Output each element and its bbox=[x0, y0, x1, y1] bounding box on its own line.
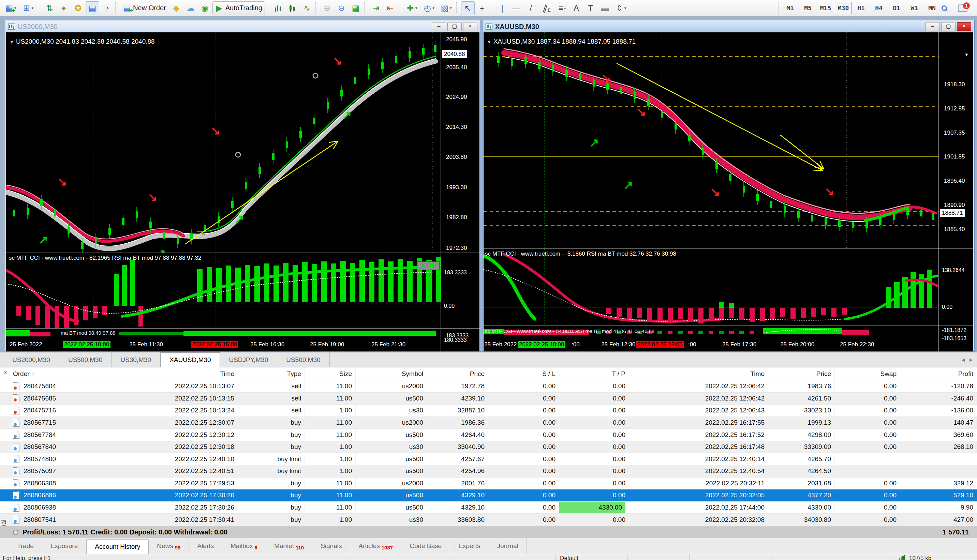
chart-area-xauusd[interactable]: ↘↘↘↘↗↗ ▼XAUUSD,M30 1887.34 1888.94 1887.… bbox=[484, 32, 973, 352]
timeframe-m30[interactable]: M30 bbox=[835, 2, 852, 14]
trendline-button[interactable]: / bbox=[524, 2, 538, 15]
search-icon[interactable] bbox=[941, 5, 949, 12]
fibonacci-button[interactable]: ≡F bbox=[554, 2, 569, 15]
timeframe-m1[interactable]: M1 bbox=[782, 2, 799, 14]
chart-titlebar[interactable]: XAUUSD,M30 – ▢ × bbox=[484, 21, 973, 32]
chart-tab-us30-m30[interactable]: US30,M30 bbox=[112, 352, 160, 367]
terminal-tab-news[interactable]: News99 bbox=[149, 538, 189, 554]
candle-chart-button[interactable] bbox=[286, 2, 299, 15]
xon-badge[interactable]: X ON bbox=[417, 262, 439, 270]
caret-down-icon[interactable]: ▾ bbox=[433, 6, 435, 10]
history-row[interactable]: 2805677842022.02.25 12:30:12buy11.00us50… bbox=[0, 429, 977, 441]
vertical-line-button[interactable]: | bbox=[496, 2, 509, 15]
bar-chart-button[interactable] bbox=[271, 2, 285, 15]
text-button[interactable]: A bbox=[569, 2, 583, 15]
pane-separator[interactable] bbox=[6, 253, 479, 253]
terminal-tab-journal[interactable]: Journal bbox=[489, 538, 527, 554]
new-order-button[interactable]: ▤New Order bbox=[120, 2, 169, 15]
arrows-button[interactable]: ⇕▾ bbox=[613, 2, 629, 15]
close-button[interactable]: × bbox=[463, 22, 478, 31]
history-row[interactable]: 2804756852022.02.25 10:13:15sell11.00us5… bbox=[0, 393, 977, 405]
history-row[interactable]: 2808063082022.02.25 17:29:53buy11.00us20… bbox=[0, 478, 977, 490]
tile-windows-button[interactable]: ▦ bbox=[349, 2, 362, 15]
column-header-symbol[interactable]: Symbol bbox=[356, 367, 427, 380]
terminal-tab-mailbox[interactable]: Mailbox6 bbox=[222, 538, 266, 554]
chat-icon[interactable]: 1 bbox=[958, 5, 967, 12]
pane-separator[interactable] bbox=[484, 325, 973, 326]
column-header-time[interactable]: Time bbox=[102, 367, 238, 380]
data-window-button[interactable]: ⌖ bbox=[57, 2, 70, 15]
column-header-type[interactable]: Type bbox=[238, 367, 305, 380]
history-row[interactable]: 2808069382022.02.25 17:30:26buy11.00us50… bbox=[0, 502, 977, 514]
column-header-size[interactable]: Size bbox=[305, 367, 356, 380]
terminal-tab-exposure[interactable]: Exposure bbox=[42, 538, 86, 554]
column-header-tp[interactable]: T / P bbox=[559, 367, 629, 380]
timeframe-w1[interactable]: W1 bbox=[906, 2, 923, 14]
column-header-price[interactable]: Price bbox=[427, 367, 488, 380]
zoom-out-button[interactable]: ⊖ bbox=[334, 2, 348, 15]
column-header-time[interactable]: Time bbox=[629, 367, 768, 380]
navigator-button[interactable]: ✪ bbox=[71, 2, 85, 15]
column-header-order[interactable]: Order∕ bbox=[0, 367, 102, 380]
history-row[interactable]: 2804757162022.02.25 10:13:24sell1.00us30… bbox=[0, 405, 977, 417]
terminal-tab-alerts[interactable]: Alerts bbox=[189, 538, 222, 554]
terminal-tab-articles[interactable]: Articles1087 bbox=[350, 538, 401, 554]
timeframe-h1[interactable]: H1 bbox=[853, 2, 870, 14]
crosshair-button[interactable]: ＋ bbox=[475, 2, 489, 15]
new-chart-button[interactable]: ▦▾ bbox=[2, 2, 19, 15]
indicators-button[interactable]: ✚▾ bbox=[403, 2, 420, 15]
terminal-tab-account-history[interactable]: Account History bbox=[86, 539, 149, 554]
one-click-arrow-icon[interactable]: ▼ bbox=[10, 40, 14, 45]
history-row[interactable]: 2808075412022.02.25 17:30:41buy1.00us303… bbox=[0, 513, 977, 526]
terminal-tab-experts[interactable]: Experts bbox=[450, 538, 489, 554]
caret-down-icon[interactable]: ▾ bbox=[32, 6, 34, 10]
minimize-button[interactable]: – bbox=[432, 22, 446, 31]
chart-tab-us2000-m30[interactable]: US2000,M30 bbox=[3, 352, 59, 367]
caret-down-icon[interactable]: ▾ bbox=[625, 6, 626, 10]
signals-button[interactable]: ◉ bbox=[198, 2, 212, 15]
text-label-button[interactable]: T bbox=[584, 2, 598, 15]
metaeditor-button[interactable]: ◆ bbox=[169, 2, 183, 15]
scroll-left-icon[interactable]: ◄ bbox=[960, 357, 966, 363]
zoom-in-button[interactable]: ⊕ bbox=[320, 2, 334, 15]
history-row[interactable]: 2804756042022.02.25 10:13:07sell11.00us2… bbox=[0, 380, 977, 393]
terminal-tab-signals[interactable]: Signals bbox=[312, 538, 350, 554]
column-header-profit[interactable]: Profit bbox=[900, 367, 977, 380]
timeframe-d1[interactable]: D1 bbox=[888, 2, 905, 14]
timeframe-m5[interactable]: M5 bbox=[799, 2, 817, 14]
autotrading-button[interactable]: ▶AutoTrading bbox=[212, 2, 265, 15]
chart-tab-xauusd-m30[interactable]: XAUUSD,M30 bbox=[160, 352, 220, 367]
chart-tab-us500-m30[interactable]: US500,M30 bbox=[59, 352, 112, 367]
timeframe-mn[interactable]: MN bbox=[924, 2, 940, 14]
equidistant-channel-button[interactable]: ∥E bbox=[538, 2, 553, 15]
line-chart-button[interactable]: ∿ bbox=[300, 2, 314, 15]
timeframe-m15[interactable]: M15 bbox=[817, 2, 834, 14]
terminal-tab-code-base[interactable]: Code Base bbox=[401, 538, 450, 554]
profiles-button[interactable]: ⊞▾ bbox=[20, 2, 37, 15]
restore-button[interactable]: ▢ bbox=[448, 22, 462, 31]
scroll-right-icon[interactable]: ► bbox=[969, 357, 974, 363]
terminal-tab-market[interactable]: Market110 bbox=[266, 538, 312, 554]
history-row[interactable]: 2805678402022.02.25 12:30:18buy1.00us303… bbox=[0, 441, 977, 453]
timeframe-h4[interactable]: H4 bbox=[870, 2, 887, 14]
pane-separator[interactable] bbox=[6, 328, 479, 328]
chart-shift-button[interactable]: ⇤ bbox=[383, 2, 397, 15]
mql5-community-button[interactable]: ☁ bbox=[184, 2, 197, 15]
market-watch-button[interactable]: ⇅ bbox=[43, 2, 56, 15]
terminal-tab-trade[interactable]: Trade bbox=[9, 538, 42, 554]
chart-tab-usdjpy-m30[interactable]: USDJPY,M30 bbox=[220, 352, 277, 367]
column-header-swap[interactable]: Swap bbox=[835, 367, 900, 380]
close-button[interactable]: × bbox=[957, 22, 971, 31]
cursor-button[interactable]: ↖ bbox=[461, 2, 475, 15]
history-row[interactable]: 2805748002022.02.25 12:40:10buy limit1.0… bbox=[0, 453, 977, 465]
templates-button[interactable]: ▧▾ bbox=[438, 2, 454, 15]
chart-area-us2000[interactable]: ↘↘↘↘↗↗↗↗ ▼US2000,M30 2041.83 2042.38 204… bbox=[6, 32, 479, 352]
history-row[interactable]: 2808068862022.02.25 17:30:26buy11.00us50… bbox=[0, 490, 977, 502]
column-header-price[interactable]: Price bbox=[768, 367, 835, 380]
shapes-button[interactable]: ▬ bbox=[598, 2, 612, 15]
history-row[interactable]: 2805677152022.02.25 12:30:07buy11.00us20… bbox=[0, 417, 977, 429]
template-selector[interactable]: Default bbox=[560, 555, 578, 560]
strategy-tester-button[interactable]: ◔ bbox=[100, 2, 114, 15]
horizontal-line-button[interactable]: — bbox=[510, 2, 523, 15]
terminal-button[interactable]: ▤ bbox=[85, 2, 99, 15]
